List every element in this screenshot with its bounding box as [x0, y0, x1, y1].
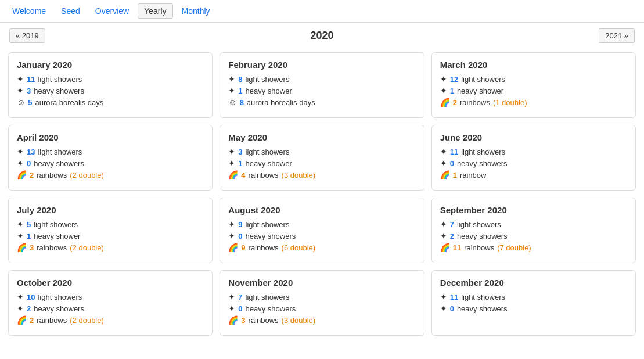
- heavy-showers-line: ✦0 heavy showers: [17, 159, 204, 168]
- rainbow-line: 🌈2 rainbows (1 double): [440, 98, 627, 107]
- month-card-1: February 2020✦8 light showers✦1 heavy sh…: [220, 52, 424, 118]
- light-showers-label: light showers: [246, 220, 290, 229]
- nav-tab-yearly[interactable]: Yearly: [138, 3, 172, 19]
- light-shower-icon: ✦: [228, 220, 235, 229]
- month-card-5: June 2020✦11 light showers✦0 heavy showe…: [431, 125, 636, 191]
- heavy-showers-count: 2: [27, 304, 31, 313]
- heavy-showers-line: ✦3 heavy showers: [17, 86, 204, 95]
- heavy-showers-count: 1: [238, 159, 242, 168]
- light-showers-count: 8: [238, 75, 242, 84]
- heavy-showers-line: ✦0 heavy showers: [228, 231, 415, 240]
- light-showers-count: 9: [238, 220, 242, 229]
- heavy-showers-line: ✦0 heavy showers: [440, 159, 627, 168]
- month-card-9: October 2020✦10 light showers✦2 heavy sh…: [8, 270, 213, 336]
- light-showers-label: light showers: [38, 293, 82, 301]
- light-showers-label: light showers: [461, 75, 505, 84]
- heavy-showers-count: 0: [27, 159, 31, 168]
- light-showers-count: 7: [450, 220, 454, 229]
- rainbow-extra: (6 double): [282, 243, 316, 252]
- light-showers-line: ✦11 light showers: [440, 292, 627, 301]
- aurora-count: 5: [28, 98, 32, 107]
- rainbow-count: 4: [241, 171, 245, 180]
- light-showers-line: ✦3 light showers: [228, 147, 415, 156]
- nav-tab-welcome[interactable]: Welcome: [6, 3, 52, 19]
- nav-tab-overview[interactable]: Overview: [89, 3, 135, 19]
- month-title: February 2020: [228, 60, 415, 70]
- nav-tab-monthly[interactable]: Monthly: [175, 3, 217, 19]
- prev-year-button[interactable]: « 2019: [9, 28, 45, 43]
- rainbow-line: 🌈3 rainbows (2 double): [17, 243, 204, 252]
- month-title: July 2020: [17, 205, 204, 215]
- month-title: October 2020: [17, 278, 204, 288]
- rainbow-icon: 🌈: [228, 243, 238, 252]
- rainbow-extra: (2 double): [70, 316, 104, 325]
- heavy-showers-label: heavy showers: [457, 232, 508, 240]
- heavy-showers-label: heavy showers: [246, 304, 296, 313]
- aurora-count: 8: [240, 98, 244, 107]
- light-showers-count: 3: [238, 148, 242, 156]
- aurora-icon: ☺: [228, 98, 236, 107]
- rainbow-icon: 🌈: [440, 98, 450, 107]
- heavy-shower-icon: ✦: [440, 86, 447, 95]
- months-grid: January 2020✦11 light showers✦3 heavy sh…: [0, 49, 644, 344]
- light-showers-label: light showers: [34, 220, 78, 229]
- heavy-showers-count: 0: [450, 304, 454, 313]
- month-card-8: September 2020✦7 light showers✦2 heavy s…: [431, 198, 636, 263]
- light-shower-icon: ✦: [228, 292, 235, 301]
- rainbow-line: 🌈9 rainbows (6 double): [228, 243, 415, 252]
- light-showers-line: ✦11 light showers: [440, 147, 627, 156]
- next-year-button[interactable]: 2021 »: [599, 28, 635, 43]
- heavy-showers-count: 2: [450, 232, 454, 240]
- rainbow-label: rainbows: [249, 316, 279, 325]
- light-showers-count: 7: [238, 293, 242, 301]
- light-showers-count: 10: [27, 293, 35, 301]
- heavy-showers-label: heavy showers: [34, 87, 84, 95]
- navigation: WelcomeSeedOverviewYearlyMonthly: [0, 0, 644, 23]
- heavy-showers-count: 1: [238, 87, 242, 95]
- month-card-0: January 2020✦11 light showers✦3 heavy sh…: [8, 52, 213, 118]
- heavy-showers-label: heavy showers: [457, 304, 508, 313]
- rainbow-label: rainbows: [464, 243, 494, 252]
- heavy-showers-line: ✦1 heavy shower: [228, 159, 415, 168]
- light-showers-line: ✦7 light showers: [440, 220, 627, 229]
- heavy-showers-label: heavy shower: [34, 232, 80, 240]
- rainbow-count: 11: [453, 243, 461, 252]
- light-showers-label: light showers: [461, 293, 505, 301]
- light-showers-count: 13: [27, 148, 35, 156]
- light-showers-label: light showers: [461, 148, 505, 156]
- rainbow-label: rainbows: [37, 171, 67, 180]
- nav-tab-seed[interactable]: Seed: [55, 3, 87, 19]
- rainbow-count: 3: [30, 243, 34, 252]
- light-shower-icon: ✦: [440, 220, 447, 229]
- month-card-7: August 2020✦9 light showers✦0 heavy show…: [220, 198, 424, 263]
- heavy-showers-count: 0: [238, 304, 242, 313]
- rainbow-icon: 🌈: [228, 315, 238, 325]
- light-shower-icon: ✦: [17, 147, 24, 156]
- aurora-line: ☺8 aurora borealis days: [228, 98, 415, 107]
- heavy-shower-icon: ✦: [228, 159, 235, 168]
- heavy-showers-line: ✦2 heavy showers: [17, 304, 204, 313]
- light-showers-line: ✦8 light showers: [228, 74, 415, 84]
- aurora-icon: ☺: [17, 98, 25, 107]
- aurora-label: aurora borealis days: [35, 98, 104, 107]
- year-header: « 2019 2020 2021 »: [0, 23, 644, 49]
- heavy-showers-label: heavy showers: [246, 232, 296, 240]
- month-title: March 2020: [440, 60, 627, 70]
- rainbow-extra: (3 double): [282, 171, 316, 180]
- light-showers-line: ✦5 light showers: [17, 220, 204, 229]
- rainbow-line: 🌈4 rainbows (3 double): [228, 170, 415, 180]
- light-showers-count: 11: [27, 75, 35, 84]
- heavy-showers-label: heavy shower: [457, 87, 503, 95]
- heavy-shower-icon: ✦: [17, 86, 24, 95]
- light-shower-icon: ✦: [228, 74, 235, 84]
- heavy-shower-icon: ✦: [440, 304, 447, 313]
- heavy-showers-label: heavy shower: [246, 159, 292, 168]
- heavy-showers-line: ✦1 heavy shower: [228, 86, 415, 95]
- month-title: June 2020: [440, 132, 627, 142]
- heavy-shower-icon: ✦: [17, 231, 24, 240]
- rainbow-line: 🌈3 rainbows (3 double): [228, 315, 415, 325]
- rainbow-label: rainbows: [37, 243, 67, 252]
- light-showers-line: ✦7 light showers: [228, 292, 415, 301]
- heavy-showers-line: ✦0 heavy showers: [228, 304, 415, 313]
- month-card-2: March 2020✦12 light showers✦1 heavy show…: [431, 52, 636, 118]
